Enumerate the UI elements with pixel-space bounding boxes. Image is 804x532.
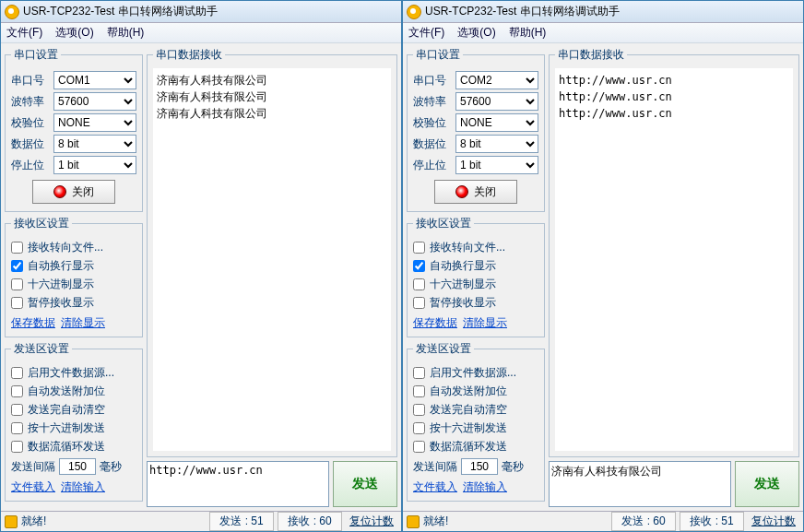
titlebar[interactable]: USR-TCP232-Test 串口转网络调试助手: [1, 1, 401, 23]
data-select[interactable]: 8 bit: [53, 135, 136, 153]
auto-wrap-checkbox[interactable]: [413, 260, 425, 272]
stop-label: 停止位: [11, 158, 48, 173]
recv-text[interactable]: 济南有人科技有限公司 济南有人科技有限公司 济南有人科技有限公司: [153, 68, 391, 451]
recv-to-file-checkbox[interactable]: [413, 242, 425, 254]
file-source-checkbox[interactable]: [11, 367, 23, 379]
clear-display-link[interactable]: 清除显示: [463, 316, 507, 329]
recv-text[interactable]: http://www.usr.cn http://www.usr.cn http…: [555, 68, 793, 451]
loop-send-checkbox[interactable]: [413, 441, 425, 453]
loop-send-checkbox[interactable]: [11, 441, 23, 453]
baud-label: 波特率: [11, 94, 48, 110]
interval-label: 发送间隔: [11, 459, 55, 475]
parity-select[interactable]: NONE: [455, 113, 538, 132]
stop-select[interactable]: 1 bit: [455, 156, 538, 174]
reset-counter-link[interactable]: 复位计数: [748, 514, 799, 529]
send-settings: 发送区设置 启用文件数据源... 自动发送附加位 发送完自动清空 按十六进制发送…: [5, 341, 143, 502]
stop-label: 停止位: [413, 158, 450, 173]
file-load-link[interactable]: 文件载入: [413, 480, 457, 493]
parity-label: 校验位: [413, 115, 450, 131]
window-title: USR-TCP232-Test 串口转网络调试助手: [425, 4, 620, 19]
interval-unit: 毫秒: [100, 459, 122, 475]
ready-text: 就绪!: [423, 514, 608, 529]
file-source-checkbox[interactable]: [413, 367, 425, 379]
serial-settings-legend: 串口设置: [11, 47, 61, 63]
menu-options[interactable]: 选项(O): [55, 25, 93, 41]
auto-append-checkbox[interactable]: [413, 385, 425, 397]
ready-text: 就绪!: [21, 514, 206, 529]
statusbar: 就绪! 发送 : 60 接收 : 51 复位计数: [403, 511, 803, 531]
auto-clear-checkbox[interactable]: [11, 404, 23, 416]
port-label: 串口号: [11, 73, 48, 89]
serial-settings-legend: 串口设置: [413, 47, 463, 63]
save-data-link[interactable]: 保存数据: [11, 316, 55, 329]
baud-select[interactable]: 57600: [53, 92, 136, 111]
menu-options[interactable]: 选项(O): [457, 25, 495, 41]
titlebar[interactable]: USR-TCP232-Test 串口转网络调试助手: [403, 1, 803, 23]
send-settings: 发送区设置 启用文件数据源... 自动发送附加位 发送完自动清空 按十六进制发送…: [407, 341, 545, 502]
send-textarea[interactable]: [549, 461, 731, 507]
clear-display-link[interactable]: 清除显示: [61, 316, 105, 329]
hex-send-checkbox[interactable]: [11, 422, 23, 434]
ready-icon: [407, 515, 420, 528]
recv-count: 接收 : 60: [278, 512, 342, 531]
file-load-link[interactable]: 文件载入: [11, 480, 55, 493]
port-select[interactable]: COM2: [455, 71, 538, 89]
interval-label: 发送间隔: [413, 459, 457, 475]
recv-area-legend: 串口数据接收: [153, 47, 225, 63]
auto-append-checkbox[interactable]: [11, 385, 23, 397]
recv-area: 串口数据接收 http://www.usr.cn http://www.usr.…: [549, 47, 799, 457]
interval-unit: 毫秒: [502, 459, 524, 475]
parity-select[interactable]: NONE: [53, 113, 136, 132]
recv-area-legend: 串口数据接收: [555, 47, 627, 63]
hex-display-checkbox[interactable]: [413, 278, 425, 290]
stop-select[interactable]: 1 bit: [53, 156, 136, 174]
auto-clear-checkbox[interactable]: [413, 404, 425, 416]
record-icon: [455, 185, 468, 198]
recv-settings: 接收区设置 接收转向文件... 自动换行显示 十六进制显示 暂停接收显示 保存数…: [5, 216, 143, 337]
interval-input[interactable]: [59, 458, 96, 475]
send-settings-legend: 发送区设置: [413, 341, 474, 357]
clear-input-link[interactable]: 清除输入: [463, 480, 507, 493]
app-window-0: USR-TCP232-Test 串口转网络调试助手 文件(F) 选项(O) 帮助…: [0, 0, 402, 532]
baud-select[interactable]: 57600: [455, 92, 538, 111]
close-port-button[interactable]: 关闭: [32, 180, 115, 204]
menu-file[interactable]: 文件(F): [408, 25, 444, 41]
recv-settings-legend: 接收区设置: [413, 216, 474, 231]
menu-help[interactable]: 帮助(H): [107, 25, 145, 41]
recv-settings: 接收区设置 接收转向文件... 自动换行显示 十六进制显示 暂停接收显示 保存数…: [407, 216, 545, 337]
app-icon: [5, 5, 19, 19]
menu-file[interactable]: 文件(F): [6, 25, 42, 41]
send-textarea[interactable]: [147, 461, 329, 507]
pause-recv-checkbox[interactable]: [413, 297, 425, 309]
data-label: 数据位: [413, 136, 450, 152]
interval-input[interactable]: [461, 458, 498, 475]
serial-settings: 串口设置 串口号COM1 波特率57600 校验位NONE 数据位8 bit 停…: [5, 47, 143, 212]
pause-recv-checkbox[interactable]: [11, 297, 23, 309]
port-label: 串口号: [413, 73, 450, 89]
menubar: 文件(F) 选项(O) 帮助(H): [1, 23, 401, 43]
recv-settings-legend: 接收区设置: [11, 216, 72, 231]
reset-counter-link[interactable]: 复位计数: [346, 514, 397, 529]
app-icon: [407, 5, 421, 19]
clear-input-link[interactable]: 清除输入: [61, 480, 105, 493]
send-button[interactable]: 发送: [735, 461, 799, 507]
parity-label: 校验位: [11, 115, 48, 131]
hex-display-checkbox[interactable]: [11, 278, 23, 290]
record-icon: [53, 185, 66, 198]
sent-count: 发送 : 60: [611, 512, 676, 531]
recv-to-file-checkbox[interactable]: [11, 242, 23, 254]
data-select[interactable]: 8 bit: [455, 135, 538, 153]
save-data-link[interactable]: 保存数据: [413, 316, 457, 329]
recv-count: 接收 : 51: [680, 512, 744, 531]
statusbar: 就绪! 发送 : 51 接收 : 60 复位计数: [1, 511, 401, 531]
window-title: USR-TCP232-Test 串口转网络调试助手: [23, 4, 218, 19]
send-button[interactable]: 发送: [333, 461, 397, 507]
port-select[interactable]: COM1: [53, 71, 136, 89]
close-port-button[interactable]: 关闭: [434, 180, 517, 204]
serial-settings: 串口设置 串口号COM2 波特率57600 校验位NONE 数据位8 bit 停…: [407, 47, 545, 212]
hex-send-checkbox[interactable]: [413, 422, 425, 434]
ready-icon: [5, 515, 18, 528]
auto-wrap-checkbox[interactable]: [11, 260, 23, 272]
sent-count: 发送 : 51: [209, 512, 274, 531]
menu-help[interactable]: 帮助(H): [509, 25, 547, 41]
